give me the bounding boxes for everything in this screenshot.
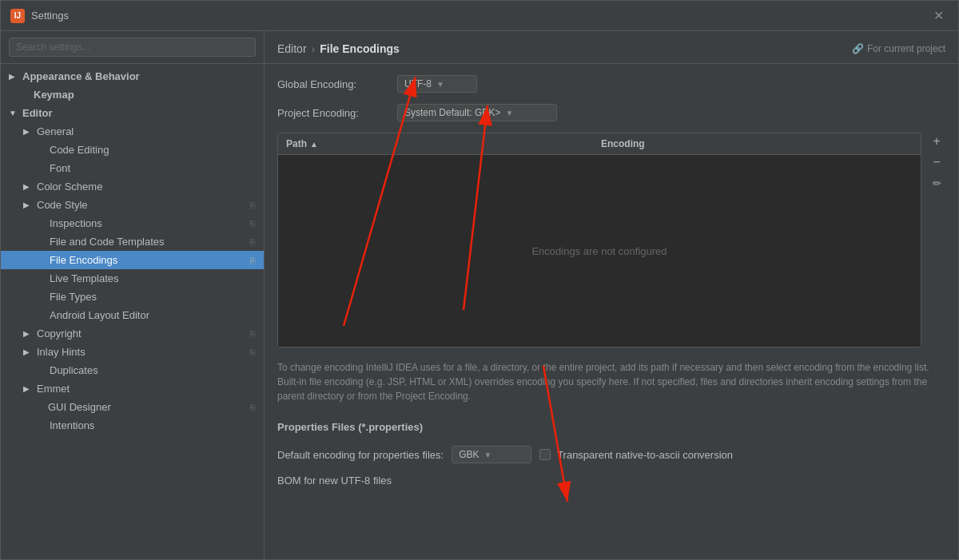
sidebar-item-intentions[interactable]: Intentions: [1, 416, 264, 435]
sidebar-item-code-editing[interactable]: Code Editing: [1, 141, 264, 159]
global-encoding-value: UTF-8: [404, 78, 432, 89]
settings-icon: ⎘: [250, 256, 256, 265]
sidebar-item-inlay-hints[interactable]: ▶ Inlay Hints ⎘: [1, 343, 264, 361]
arrow-icon: ▶: [23, 348, 33, 356]
search-input[interactable]: [9, 38, 256, 57]
content-panel: Editor › File Encodings 🔗 For current pr…: [265, 31, 958, 559]
project-encoding-dropdown[interactable]: System Default: GBK> ▼: [397, 104, 557, 121]
table-header: Path ▲ Encoding: [278, 133, 921, 155]
sidebar-item-live-templates[interactable]: Live Templates: [1, 269, 264, 288]
content-body: Global Encoding: UTF-8 ▼ Project Encodin…: [265, 64, 958, 559]
breadcrumb-separator: ›: [312, 42, 316, 55]
project-encoding-value: System Default: GBK>: [404, 107, 500, 118]
sidebar-item-label: Duplicates: [50, 364, 98, 376]
settings-icon: ⎘: [250, 201, 256, 210]
sidebar-item-emmet[interactable]: ▶ Emmet: [1, 379, 264, 398]
sidebar-item-label: Inspections: [50, 217, 102, 229]
arrow-icon: ▶: [23, 384, 33, 393]
sort-asc-icon: ▲: [310, 140, 318, 149]
bom-label: BOM for new UTF-8 files: [277, 475, 392, 487]
sidebar-item-label: General: [37, 125, 74, 137]
table-empty-message: Encodings are not configured: [531, 245, 667, 257]
sidebar-item-label: Code Style: [37, 199, 88, 211]
breadcrumb: Editor › File Encodings: [277, 42, 400, 55]
sidebar-item-android-layout-editor[interactable]: Android Layout Editor: [1, 306, 264, 324]
sidebar-item-appearance[interactable]: ▶ Appearance & Behavior: [1, 67, 264, 85]
arrow-icon: ▶: [23, 329, 33, 338]
breadcrumb-parent: Editor: [277, 42, 307, 55]
sidebar-item-label: Appearance & Behavior: [22, 70, 140, 82]
chevron-down-icon: ▼: [436, 80, 444, 89]
table-side-buttons: + − ✏: [928, 133, 945, 192]
sidebar-item-gui-designer[interactable]: GUI Designer ⎘: [1, 398, 264, 416]
search-box: [1, 31, 264, 64]
transparent-label: Transparent native-to-ascii conversion: [557, 449, 733, 461]
table-col-path: Path ▲: [286, 138, 598, 149]
sidebar-item-editor[interactable]: ▼ Editor: [1, 104, 264, 122]
sidebar-item-label: Emmet: [37, 383, 70, 395]
default-encoding-row: Default encoding for properties files: G…: [277, 446, 945, 463]
settings-icon: ⎘: [250, 348, 256, 357]
sidebar-item-label: Intentions: [50, 419, 94, 431]
info-text: To change encoding IntelliJ IDEA uses fo…: [277, 355, 945, 408]
settings-icon: ⎘: [250, 329, 256, 339]
project-encoding-label: Project Encoding:: [277, 107, 389, 119]
settings-window: IJ Settings ✕ ▶ Appearance & Behavior Ke…: [0, 0, 959, 560]
global-encoding-dropdown[interactable]: UTF-8 ▼: [397, 75, 477, 93]
chevron-down-icon: ▼: [483, 451, 491, 459]
sidebar-item-label: Color Scheme: [37, 181, 102, 193]
sidebar-item-file-encodings[interactable]: File Encodings ⎘: [1, 251, 264, 269]
sidebar-item-code-style[interactable]: ▶ Code Style ⎘: [1, 196, 264, 214]
sidebar-item-font[interactable]: Font: [1, 159, 264, 177]
transparent-checkbox-row: Transparent native-to-ascii conversion: [539, 449, 733, 461]
arrow-icon: ▶: [23, 182, 33, 191]
sidebar-item-keymap[interactable]: Keymap: [1, 85, 264, 104]
sidebar-item-label: Font: [50, 162, 70, 174]
sidebar-tree: ▶ Appearance & Behavior Keymap ▼ Editor …: [1, 64, 264, 559]
close-button[interactable]: ✕: [929, 6, 949, 25]
edit-button[interactable]: ✏: [928, 174, 945, 192]
table-body: Encodings are not configured: [278, 155, 921, 347]
sidebar-item-label: Code Editing: [50, 144, 109, 156]
chevron-down-icon: ▼: [505, 109, 513, 117]
sidebar-item-color-scheme[interactable]: ▶ Color Scheme: [1, 177, 264, 196]
default-encoding-dropdown[interactable]: GBK ▼: [452, 446, 531, 463]
main-layout: ▶ Appearance & Behavior Keymap ▼ Editor …: [1, 31, 958, 559]
add-button[interactable]: +: [928, 133, 945, 150]
title-bar: IJ Settings ✕: [1, 1, 958, 31]
sidebar-item-label: Editor: [22, 107, 53, 119]
project-encoding-row: Project Encoding: System Default: GBK> ▼: [277, 104, 945, 121]
sidebar-item-label: Android Layout Editor: [50, 309, 149, 321]
arrow-icon: ▶: [9, 72, 18, 81]
sidebar-item-copyright[interactable]: ▶ Copyright ⎘: [1, 324, 264, 343]
breadcrumb-current: File Encodings: [320, 42, 400, 55]
sidebar-item-label: File Encodings: [50, 254, 117, 266]
sidebar-item-file-types[interactable]: File Types: [1, 288, 264, 306]
sidebar-item-duplicates[interactable]: Duplicates: [1, 361, 264, 379]
for-current-project-link[interactable]: 🔗 For current project: [852, 43, 945, 54]
sidebar-item-label: GUI Designer: [37, 401, 111, 413]
sidebar-item-label: File Types: [50, 291, 97, 303]
content-header: Editor › File Encodings 🔗 For current pr…: [265, 31, 958, 64]
sidebar-item-inspections[interactable]: Inspections ⎘: [1, 214, 264, 232]
default-encoding-value: GBK: [459, 449, 479, 460]
default-encoding-label: Default encoding for properties files:: [277, 449, 444, 461]
sidebar-item-label: Keymap: [22, 89, 74, 101]
table-col-encoding: Encoding: [601, 138, 913, 149]
arrow-icon: ▶: [23, 127, 33, 136]
sidebar-item-general[interactable]: ▶ General: [1, 122, 264, 141]
transparent-checkbox[interactable]: [539, 449, 551, 460]
window-title: Settings: [31, 10, 929, 22]
remove-button[interactable]: −: [928, 153, 945, 171]
sidebar-item-label: Inlay Hints: [37, 346, 86, 358]
encodings-table: Path ▲ Encoding Encodings are not config…: [277, 133, 921, 348]
bom-row: BOM for new UTF-8 files: [277, 475, 945, 487]
settings-icon: ⎘: [250, 237, 256, 247]
link-icon: 🔗: [852, 43, 864, 54]
sidebar-item-label: File and Code Templates: [50, 236, 165, 248]
global-encoding-row: Global Encoding: UTF-8 ▼: [277, 75, 945, 93]
properties-section-title: Properties Files (*.properties): [277, 421, 945, 433]
settings-icon: ⎘: [250, 219, 256, 228]
sidebar-item-file-code-templates[interactable]: File and Code Templates ⎘: [1, 232, 264, 251]
sidebar: ▶ Appearance & Behavior Keymap ▼ Editor …: [1, 31, 265, 559]
